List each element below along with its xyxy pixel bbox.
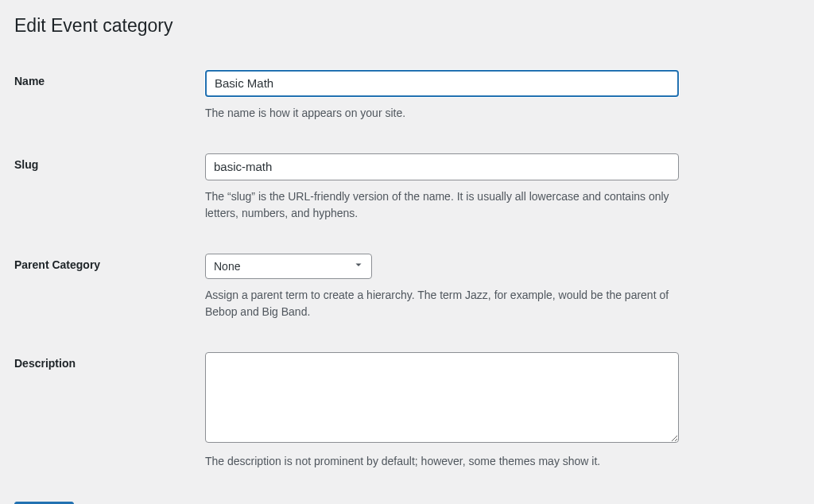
slug-label: Slug [14, 158, 38, 171]
slug-description: The “slug” is the URL-friendly version o… [205, 188, 679, 222]
name-label: Name [14, 75, 45, 87]
description-textarea[interactable] [205, 352, 679, 443]
name-description: The name is how it appears on your site. [205, 105, 679, 122]
description-label: Description [14, 357, 76, 370]
slug-input[interactable] [205, 153, 679, 180]
parent-row: Parent Category None Assign a parent ter… [14, 246, 800, 344]
parent-label: Parent Category [14, 258, 100, 271]
page-title: Edit Event category [14, 14, 800, 38]
parent-select[interactable]: None [205, 254, 372, 279]
description-help: The description is not prominent by defa… [205, 453, 679, 470]
parent-description: Assign a parent term to create a hierarc… [205, 287, 679, 320]
description-row: Description The description is not promi… [14, 344, 800, 494]
name-input[interactable] [205, 70, 679, 97]
name-row: Name The name is how it appears on your … [14, 62, 800, 145]
edit-term-form-table: Name The name is how it appears on your … [14, 62, 800, 494]
slug-row: Slug The “slug” is the URL-friendly vers… [14, 145, 800, 246]
